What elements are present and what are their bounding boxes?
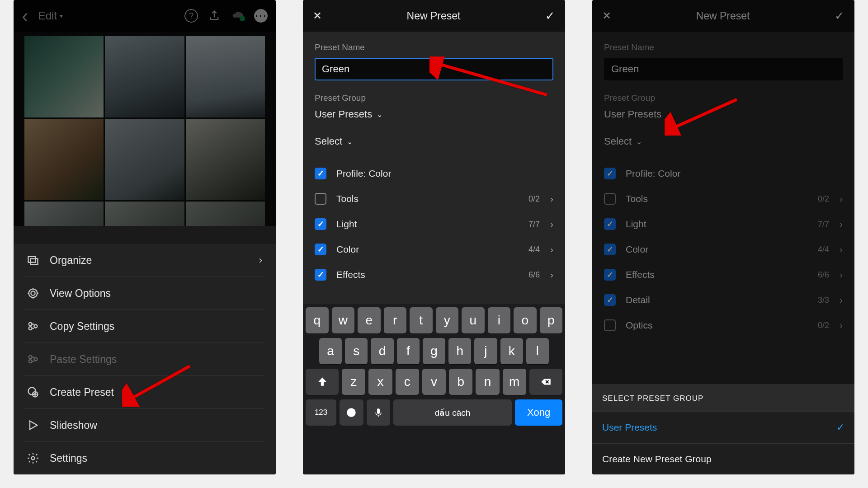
menu-label: Create Preset xyxy=(50,386,114,399)
confirm-icon[interactable] xyxy=(835,9,844,23)
slideshow-icon xyxy=(26,419,40,432)
svg-point-2 xyxy=(31,291,35,295)
key-o[interactable]: o xyxy=(514,307,537,333)
group-option-create-new[interactable]: Create New Preset Group xyxy=(592,443,854,474)
option-label: Light xyxy=(336,219,357,230)
option-count: 7/7 xyxy=(528,220,540,229)
key-f[interactable]: f xyxy=(397,338,420,364)
option-color[interactable]: Color 4/4 › xyxy=(604,237,843,262)
key-r[interactable]: r xyxy=(384,307,407,333)
checkbox-icon[interactable] xyxy=(604,244,616,255)
key-x[interactable]: x xyxy=(368,369,392,395)
checkbox-icon[interactable] xyxy=(604,294,616,306)
key-123[interactable]: 123 xyxy=(306,399,336,426)
close-icon[interactable] xyxy=(313,9,322,22)
help-icon[interactable] xyxy=(184,9,198,23)
preset-group-picker: SELECT PRESET GROUP User Presets Create … xyxy=(592,384,854,474)
menu-slideshow[interactable]: Slideshow xyxy=(24,409,265,442)
key-i[interactable]: i xyxy=(488,307,511,333)
option-tools[interactable]: Tools 0/2 › xyxy=(604,186,843,211)
key-j[interactable]: j xyxy=(474,338,497,364)
checkbox-icon[interactable] xyxy=(604,168,616,179)
cloud-sync-icon[interactable] xyxy=(231,11,244,20)
option-profile[interactable]: Profile: Color xyxy=(604,161,843,186)
checkbox-icon[interactable] xyxy=(604,218,616,230)
option-detail[interactable]: Detail 3/3 › xyxy=(604,287,843,313)
option-optics[interactable]: Optics 0/2 › xyxy=(604,313,843,338)
edit-dropdown[interactable]: Edit xyxy=(38,9,63,22)
option-label: Detail xyxy=(626,295,650,305)
share-icon[interactable] xyxy=(208,9,221,22)
svg-point-8 xyxy=(29,360,32,363)
option-tools[interactable]: Tools 0/2 › xyxy=(315,186,553,211)
preset-name-input[interactable] xyxy=(604,58,843,80)
menu-organize[interactable]: Organize › xyxy=(24,244,265,277)
key-b[interactable]: b xyxy=(449,369,472,395)
modal-header: New Preset xyxy=(303,0,565,32)
checkbox-icon[interactable] xyxy=(315,269,326,281)
key-shift[interactable] xyxy=(306,369,339,395)
key-e[interactable]: e xyxy=(358,307,381,333)
option-profile[interactable]: Profile: Color xyxy=(315,161,553,186)
key-l[interactable]: l xyxy=(526,338,549,364)
menu-copy-settings[interactable]: Copy Settings xyxy=(24,310,265,343)
chevron-right-icon: › xyxy=(840,244,843,255)
option-count: 6/6 xyxy=(528,270,540,280)
key-g[interactable]: g xyxy=(423,338,445,364)
confirm-icon[interactable] xyxy=(545,9,555,23)
checkbox-icon[interactable] xyxy=(315,193,326,205)
checkbox-icon[interactable] xyxy=(315,244,326,255)
select-all-dropdown[interactable]: Select ⌄ xyxy=(604,136,843,147)
preset-group-dropdown[interactable]: User Presets ⌄ xyxy=(604,108,843,120)
checkbox-icon[interactable] xyxy=(315,168,326,179)
top-bar: Edit xyxy=(14,0,276,32)
key-globe[interactable] xyxy=(340,399,363,426)
key-d[interactable]: d xyxy=(371,338,393,364)
option-effects[interactable]: Effects 6/6 › xyxy=(604,262,843,287)
key-p[interactable]: p xyxy=(540,307,563,333)
key-v[interactable]: v xyxy=(422,369,446,395)
key-mic[interactable] xyxy=(367,399,390,426)
option-light[interactable]: Light 7/7 › xyxy=(315,211,553,237)
key-backspace[interactable] xyxy=(529,369,562,395)
key-m[interactable]: m xyxy=(503,369,526,395)
key-q[interactable]: q xyxy=(306,307,329,333)
key-n[interactable]: n xyxy=(476,369,499,395)
key-space[interactable]: dấu cách xyxy=(393,399,512,426)
preset-name-input[interactable] xyxy=(315,58,553,80)
checkbox-icon[interactable] xyxy=(604,319,616,331)
checkbox-icon[interactable] xyxy=(315,218,326,230)
key-k[interactable]: k xyxy=(500,338,523,364)
key-a[interactable]: a xyxy=(319,338,342,364)
menu-settings[interactable]: Settings xyxy=(24,442,265,474)
option-label: Light xyxy=(626,219,646,230)
key-w[interactable]: w xyxy=(332,307,355,333)
close-icon[interactable] xyxy=(602,9,611,22)
option-color[interactable]: Color 4/4 › xyxy=(315,237,553,262)
key-z[interactable]: z xyxy=(342,369,365,395)
checkbox-icon[interactable] xyxy=(604,193,616,205)
svg-point-3 xyxy=(29,289,38,298)
soft-keyboard[interactable]: qwertyuiop asdfghjkl zxcvbnm 123 dấu các… xyxy=(303,304,565,474)
menu-view-options[interactable]: View Options xyxy=(24,277,265,310)
key-u[interactable]: u xyxy=(462,307,485,333)
chevron-right-icon: › xyxy=(840,295,843,305)
option-effects[interactable]: Effects 6/6 › xyxy=(315,262,553,287)
checkbox-icon[interactable] xyxy=(604,269,616,281)
menu-create-preset[interactable]: Create Preset xyxy=(24,376,265,409)
key-t[interactable]: t xyxy=(410,307,433,333)
group-option-user-presets[interactable]: User Presets xyxy=(592,411,854,443)
menu-label: Organize xyxy=(50,254,92,267)
svg-rect-1 xyxy=(30,259,38,265)
select-all-dropdown[interactable]: Select ⌄ xyxy=(315,136,553,147)
key-s[interactable]: s xyxy=(345,338,368,364)
svg-point-7 xyxy=(29,356,32,359)
option-light[interactable]: Light 7/7 › xyxy=(604,211,843,237)
key-h[interactable]: h xyxy=(448,338,471,364)
key-c[interactable]: c xyxy=(396,369,419,395)
key-done[interactable]: Xong xyxy=(515,399,562,426)
preset-group-dropdown[interactable]: User Presets ⌄ xyxy=(315,108,553,120)
more-options-icon[interactable] xyxy=(254,9,268,23)
key-y[interactable]: y xyxy=(436,307,459,333)
back-icon[interactable] xyxy=(22,6,28,26)
